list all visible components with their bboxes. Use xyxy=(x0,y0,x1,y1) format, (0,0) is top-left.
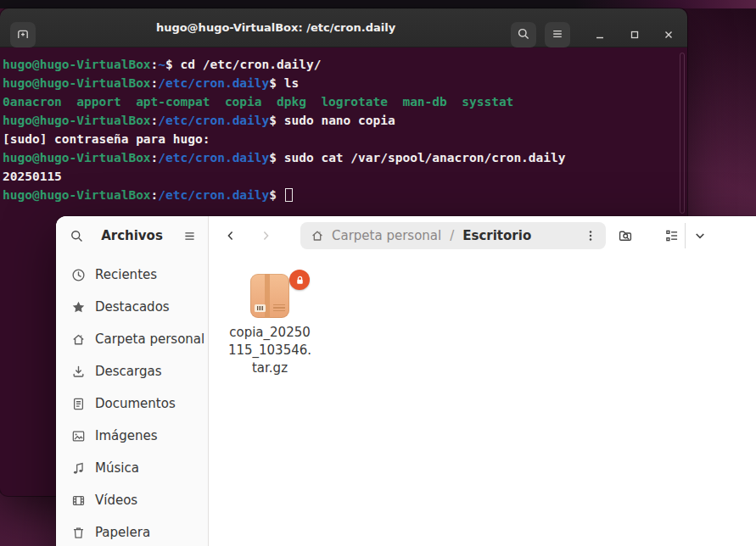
breadcrumb-current[interactable]: Escritorio xyxy=(462,228,531,243)
sidebar-item-label: Música xyxy=(95,460,139,476)
archive-label-lines xyxy=(273,303,285,312)
desktop: hugo@hugo-VirtualBox: /etc/cron.daily xyxy=(0,0,756,546)
files-content-area[interactable]: copia_20250115_103546.tar.gz xyxy=(210,255,756,546)
new-tab-button[interactable] xyxy=(10,22,36,47)
sidebar-item-recientes[interactable]: Recientes xyxy=(56,259,208,291)
chevron-left-icon xyxy=(224,229,238,242)
terminal-text-segment: $ cd /etc/cron.daily/ xyxy=(165,58,321,71)
terminal-text-segment: ~ xyxy=(158,58,165,71)
documents-icon xyxy=(71,397,86,411)
kebab-menu-icon[interactable] xyxy=(584,229,597,242)
star-icon xyxy=(71,300,86,315)
terminal-line: [sudo] contraseña para hugo: xyxy=(3,130,686,148)
new-tab-icon xyxy=(16,27,30,43)
sidebar-item-descargas[interactable]: Descargas xyxy=(56,355,208,387)
chevron-right-icon xyxy=(259,229,272,242)
file-manager-window: Archivos RecientesDestacadosCarpeta pers… xyxy=(56,216,756,546)
search-icon xyxy=(517,27,530,43)
sidebar-item-papelera[interactable]: Papelera xyxy=(56,516,208,546)
files-headerbar: Carpeta personal / Escritorio xyxy=(210,216,756,255)
terminal-text-segment: hugo@hugo-VirtualBox xyxy=(3,151,151,164)
terminal-menu-button[interactable] xyxy=(545,22,570,47)
terminal-line: 20250115 xyxy=(3,167,686,186)
terminal-maximize-button[interactable] xyxy=(626,26,643,43)
terminal-line: hugo@hugo-VirtualBox:/etc/cron.daily$ xyxy=(3,186,686,204)
terminal-text-segment: 0anacron apport apt-compat copia dpkg lo… xyxy=(3,95,513,109)
trash-icon xyxy=(71,526,86,540)
sidebar-item-label: Carpeta personal xyxy=(95,332,204,347)
terminal-text-segment: $ sudo nano copia xyxy=(269,114,395,127)
files-sidebar-header: Archivos xyxy=(56,216,208,255)
terminal-line: hugo@hugo-VirtualBox:/etc/cron.daily$ ls xyxy=(3,74,686,92)
terminal-text-segment: 20250115 xyxy=(3,170,62,183)
files-menu-button[interactable] xyxy=(181,227,198,244)
screen-top-edge xyxy=(0,0,756,8)
sidebar-item-destacados[interactable]: Destacados xyxy=(56,291,208,323)
view-mode-button[interactable] xyxy=(664,227,680,244)
folder-search-icon xyxy=(618,228,633,243)
terminal-scrollbar[interactable] xyxy=(680,53,685,214)
terminal-search-button[interactable] xyxy=(511,22,536,47)
sidebar-item-label: Imágenes xyxy=(95,428,158,443)
archive-barcode xyxy=(255,304,266,312)
sidebar-item-label: Descargas xyxy=(95,364,161,379)
terminal-titlebar[interactable]: hugo@hugo-VirtualBox: /etc/cron.daily xyxy=(0,8,687,47)
file-name-line: copia_20250 xyxy=(223,324,316,342)
terminal-line: hugo@hugo-VirtualBox:~$ cd /etc/cron.dai… xyxy=(3,55,686,74)
archive-file-icon xyxy=(250,274,289,318)
sidebar-item-v-deos[interactable]: Vídeos xyxy=(56,484,208,516)
terminal-text-segment: $ ls xyxy=(269,76,299,90)
file-name-line: tar.gz xyxy=(223,359,316,377)
sidebar-item-label: Recientes xyxy=(95,267,157,282)
back-button[interactable] xyxy=(222,227,239,244)
sidebar-item-label: Papelera xyxy=(95,525,150,540)
terminal-text-segment: hugo@hugo-VirtualBox xyxy=(3,58,151,71)
archive-tape-stripe xyxy=(265,274,270,318)
music-icon xyxy=(71,461,86,476)
downloads-icon xyxy=(71,365,86,379)
file-item[interactable]: copia_20250115_103546.tar.gz xyxy=(223,265,316,377)
terminal-text-segment: hugo@hugo-VirtualBox xyxy=(3,114,151,127)
terminal-text-segment: [sudo] contraseña para hugo: xyxy=(3,132,210,146)
images-icon xyxy=(71,429,86,443)
forward-button[interactable] xyxy=(257,227,274,244)
terminal-text-segment: $ xyxy=(269,188,283,202)
videos-icon xyxy=(71,493,86,508)
header-separator xyxy=(685,223,686,248)
terminal-text-segment: hugo@hugo-VirtualBox xyxy=(3,188,151,202)
sidebar-item-documentos[interactable]: Documentos xyxy=(56,387,208,420)
sidebar-item-m-sica[interactable]: Música xyxy=(56,452,208,484)
breadcrumb-separator: / xyxy=(450,228,454,243)
hamburger-menu-icon xyxy=(182,229,197,243)
home-icon xyxy=(311,229,324,242)
terminal-line: hugo@hugo-VirtualBox:/etc/cron.daily$ su… xyxy=(3,148,686,167)
sidebar-item-im-genes[interactable]: Imágenes xyxy=(56,420,208,452)
breadcrumb[interactable]: Carpeta personal / Escritorio xyxy=(300,222,606,249)
terminal-minimize-button[interactable] xyxy=(591,26,608,43)
terminal-text-segment: $ sudo cat /var/spool/anacron/cron.daily xyxy=(269,151,565,164)
breadcrumb-parent[interactable]: Carpeta personal xyxy=(332,228,441,243)
search-current-folder-button[interactable] xyxy=(617,227,634,244)
lock-emblem-icon xyxy=(289,270,310,290)
file-name-label[interactable]: copia_20250115_103546.tar.gz xyxy=(223,324,316,377)
terminal-line: hugo@hugo-VirtualBox:/etc/cron.daily$ su… xyxy=(3,111,686,130)
sidebar-item-carpeta-personal[interactable]: Carpeta personal xyxy=(56,323,208,355)
files-sidebar: Archivos RecientesDestacadosCarpeta pers… xyxy=(56,216,209,546)
sidebar-list: RecientesDestacadosCarpeta personalDesca… xyxy=(56,259,208,546)
terminal-cursor xyxy=(285,188,293,202)
sidebar-item-label: Destacados xyxy=(95,299,170,315)
terminal-text-segment: /etc/cron.daily xyxy=(158,151,269,164)
terminal-text-segment: /etc/cron.daily xyxy=(158,188,269,202)
terminal-line: 0anacron apport apt-compat copia dpkg lo… xyxy=(3,92,686,111)
home-icon xyxy=(71,332,86,347)
file-name-line: 115_103546. xyxy=(223,342,316,359)
terminal-window-title: hugo@hugo-VirtualBox: /etc/cron.daily xyxy=(51,21,501,34)
list-view-icon xyxy=(664,228,680,243)
hamburger-menu-icon xyxy=(551,27,564,43)
view-options-dropdown[interactable] xyxy=(692,227,708,244)
chevron-down-icon xyxy=(692,228,708,243)
recent-icon xyxy=(71,268,86,282)
terminal-text-segment: /etc/cron.daily xyxy=(158,76,269,90)
terminal-close-button[interactable] xyxy=(660,26,677,43)
terminal-text-segment: hugo@hugo-VirtualBox xyxy=(3,76,151,90)
